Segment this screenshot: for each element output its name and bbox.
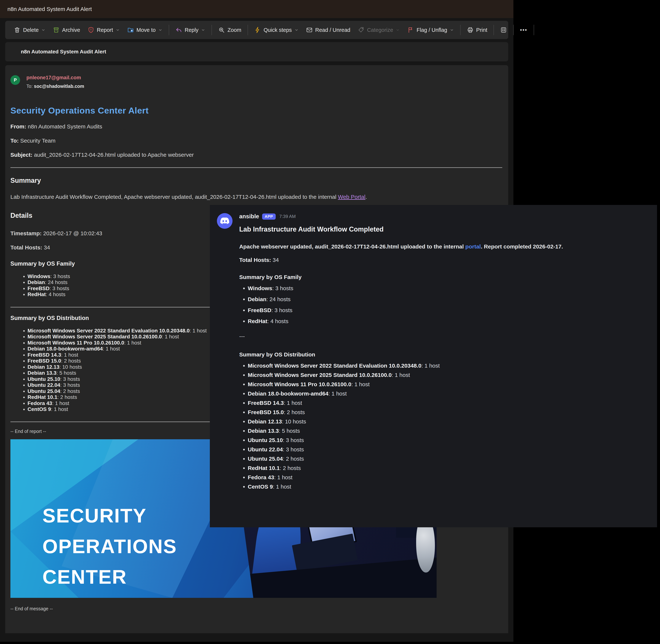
- discord-os-family-list: Windows: 3 hosts Debian: 24 hosts FreeBS…: [239, 285, 650, 324]
- app-badge: APP: [262, 213, 276, 220]
- os-count: : 2 hosts: [57, 394, 77, 400]
- delete-button[interactable]: Delete: [10, 23, 49, 37]
- os-name: Ubuntu 25.10: [248, 437, 283, 443]
- os-count: : 1 host: [274, 474, 292, 480]
- toolbar-separator: [534, 25, 534, 35]
- os-count: : 1 host: [162, 334, 179, 340]
- os-count: : 1 host: [51, 406, 68, 412]
- os-name: Microsoft Windows Server 2025 Standard 1…: [27, 334, 162, 340]
- summary-heading: Summary: [10, 177, 503, 184]
- os-name: Windows: [248, 285, 272, 291]
- os-count: : 2 hosts: [284, 409, 305, 415]
- to-meta-line: To: Security Team: [10, 138, 503, 144]
- os-count: : 3 hosts: [272, 285, 293, 291]
- os-count: : 2 hosts: [283, 456, 304, 462]
- discord-logo-icon: [220, 217, 230, 225]
- os-count: : 2 hosts: [280, 465, 301, 471]
- sender-email[interactable]: pnleone17@gmail.com: [26, 75, 84, 80]
- from-line: From: n8n Automated System Audits: [10, 123, 503, 130]
- list-item: Ubuntu 25.04: 2 hosts: [248, 456, 650, 462]
- print-button[interactable]: Print: [463, 23, 491, 37]
- list-item: RedHat 10.1: 2 hosts: [248, 465, 650, 471]
- read-unread-button[interactable]: Read / Unread: [302, 23, 354, 37]
- os-name: Ubuntu 22.04: [248, 446, 283, 453]
- move-to-button[interactable]: Move to: [123, 23, 166, 37]
- os-count: : 4 hosts: [267, 318, 288, 324]
- lightning-icon: [254, 27, 261, 33]
- os-name: Debian 18.0-bookworm-amd64: [27, 346, 103, 351]
- timestamp-value: 2026-02-17 @ 10:02:43: [42, 230, 102, 236]
- discord-bot-avatar[interactable]: [217, 213, 233, 229]
- os-count: : 1 host: [351, 381, 370, 387]
- banner-line: SECURITY: [42, 500, 177, 531]
- os-count: : 3 hosts: [50, 273, 70, 279]
- os-name: Microsoft Windows Server 2025 Standard 1…: [248, 372, 392, 378]
- archive-label: Archive: [62, 27, 80, 33]
- quick-steps-label: Quick steps: [264, 27, 292, 33]
- recipient-line: To: soc@shadowitlab.com: [26, 84, 84, 89]
- move-to-label: Move to: [137, 27, 156, 33]
- os-count: : 5 hosts: [56, 370, 76, 376]
- from-label: From:: [10, 123, 26, 130]
- reply-button[interactable]: Reply: [172, 23, 209, 37]
- report-button[interactable]: Report: [84, 23, 123, 37]
- more-options-button[interactable]: •••: [516, 23, 531, 37]
- os-count: : 3 hosts: [272, 307, 292, 313]
- zoom-magnifier-icon: [218, 27, 225, 33]
- os-count: : 4 hosts: [46, 292, 66, 297]
- print-label: Print: [476, 27, 487, 33]
- toolbar-separator: [212, 25, 212, 35]
- summary-text: Lab Infrastructure Audit Workflow Comple…: [10, 194, 338, 200]
- grid-icon: [500, 27, 507, 33]
- archive-button[interactable]: Archive: [49, 23, 84, 37]
- bot-name[interactable]: ansible: [239, 213, 259, 220]
- os-name: FreeBSD 15.0: [248, 409, 284, 415]
- os-count: : 24 hosts: [45, 279, 67, 285]
- categorize-label: Categorize: [367, 27, 393, 33]
- flag-unflag-button[interactable]: Flag / Unflag: [403, 23, 457, 37]
- os-name: Fedora 43: [27, 400, 52, 406]
- sender-avatar[interactable]: P: [10, 75, 20, 85]
- portal-link[interactable]: portal: [465, 244, 481, 250]
- list-item: FreeBSD 15.0: 2 hosts: [248, 409, 650, 415]
- os-count: : 10 hosts: [282, 418, 306, 424]
- web-portal-link[interactable]: Web Portal: [338, 194, 366, 200]
- os-name: Ubuntu 22.04: [27, 382, 60, 388]
- os-count: : 1 host: [190, 328, 207, 334]
- os-name: CentOS 9: [248, 484, 273, 490]
- to-value[interactable]: soc@shadowitlab.com: [34, 84, 84, 89]
- to-label: To:: [26, 84, 32, 89]
- reply-label: Reply: [185, 27, 198, 33]
- message-subject: n8n Automated System Audit Alert: [21, 49, 106, 55]
- discord-total-hosts-line: Total Hosts: 34: [239, 257, 650, 263]
- from-value: n8n Automated System Audits: [26, 123, 102, 130]
- categorize-button[interactable]: Categorize: [354, 23, 403, 37]
- os-name: FreeBSD 15.0: [27, 358, 61, 364]
- os-name: Debian 13.3: [27, 370, 56, 376]
- os-name: RedHat: [248, 318, 267, 324]
- os-name: FreeBSD: [248, 307, 272, 313]
- window-title: n8n Automated System Audit Alert: [7, 6, 92, 12]
- os-name: Debian: [248, 296, 266, 302]
- zoom-button[interactable]: Zoom: [214, 23, 245, 37]
- os-name: Debian 18.0-bookworm-amd64: [248, 391, 328, 397]
- list-item: Microsoft Windows Server 2025 Standard 1…: [248, 372, 650, 378]
- envelope-icon: [306, 27, 313, 33]
- reading-pane-grid-button[interactable]: [496, 23, 511, 37]
- timestamp-label: Timestamp:: [10, 230, 42, 236]
- read-unread-label: Read / Unread: [315, 27, 351, 33]
- quick-steps-button[interactable]: Quick steps: [251, 23, 302, 37]
- toolbar-separator: [248, 25, 248, 35]
- os-name: Ubuntu 25.04: [248, 456, 283, 462]
- banner-line: CENTER: [42, 561, 177, 592]
- total-hosts-value: 34: [42, 245, 50, 251]
- toolbar-separator: [494, 25, 494, 35]
- os-name: Microsoft Windows 11 Pro 10.0.26100.0: [248, 381, 351, 387]
- os-count: : 1 host: [284, 400, 302, 406]
- os-name: FreeBSD 14.3: [248, 400, 284, 406]
- discord-os-distribution-list: Microsoft Windows Server 2022 Standard E…: [239, 363, 650, 490]
- list-item: Debian 18.0-bookworm-amd64: 1 host: [248, 391, 650, 397]
- os-name: Microsoft Windows Server 2022 Standard E…: [248, 363, 421, 369]
- list-item: Fedora 43: 1 host: [248, 474, 650, 480]
- os-name: Debian 12.13: [248, 418, 282, 424]
